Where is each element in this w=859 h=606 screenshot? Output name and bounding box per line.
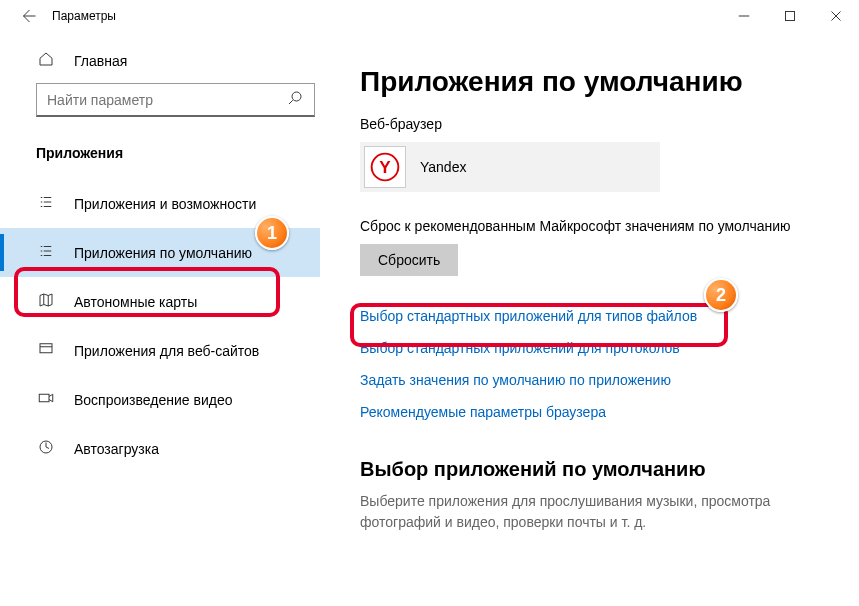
map-icon <box>36 291 56 312</box>
link-filetype-defaults[interactable]: Выбор стандартных приложений для типов ф… <box>360 300 829 332</box>
nav-item-label: Автозагрузка <box>74 441 159 457</box>
nav-home-label: Главная <box>74 53 127 69</box>
section-description: Выберите приложения для прослушивания му… <box>360 491 800 533</box>
svg-rect-0 <box>786 12 795 21</box>
sidebar: Главная Приложения Приложения и возможно… <box>0 32 320 606</box>
reset-button[interactable]: Сбросить <box>360 244 458 276</box>
annotation-badge-2: 2 <box>704 278 738 312</box>
nav-video-playback[interactable]: Воспроизведение видео <box>0 375 320 424</box>
arrow-left-icon <box>19 7 37 25</box>
nav-item-label: Автономные карты <box>74 294 197 310</box>
website-icon <box>36 340 56 361</box>
svg-rect-3 <box>39 394 49 402</box>
link-set-defaults-by-app[interactable]: Задать значения по умолчанию по приложен… <box>360 364 829 396</box>
nav-item-label: Воспроизведение видео <box>74 392 232 408</box>
back-button[interactable] <box>8 0 48 32</box>
nav-item-label: Приложения по умолчанию <box>74 245 252 261</box>
reset-description: Сброс к рекомендованным Майкрософт значе… <box>360 218 829 234</box>
main-content: Приложения по умолчанию Веб-браузер Y Ya… <box>320 32 859 606</box>
video-icon <box>36 389 56 410</box>
maximize-button[interactable] <box>767 0 813 32</box>
maximize-icon <box>781 7 799 25</box>
list-icon <box>36 193 56 214</box>
minimize-icon <box>735 7 753 25</box>
browser-section-label: Веб-браузер <box>360 116 829 132</box>
window-caption-buttons <box>721 0 859 32</box>
window-title: Параметры <box>48 9 116 23</box>
startup-icon <box>36 438 56 459</box>
page-title: Приложения по умолчанию <box>360 66 829 98</box>
nav-startup[interactable]: Автозагрузка <box>0 424 320 473</box>
link-recommended-browser[interactable]: Рекомендуемые параметры браузера <box>360 396 829 428</box>
section-heading: Выбор приложений по умолчанию <box>360 458 829 481</box>
default-browser-name: Yandex <box>420 159 466 175</box>
home-icon <box>36 50 56 71</box>
defaults-icon <box>36 242 56 263</box>
nav-offline-maps[interactable]: Автономные карты <box>0 277 320 326</box>
sidebar-section-title: Приложения <box>0 127 320 179</box>
titlebar: Параметры <box>0 0 859 32</box>
nav-apps-websites[interactable]: Приложения для веб-сайтов <box>0 326 320 375</box>
svg-point-1 <box>292 92 301 101</box>
search-icon <box>286 89 304 110</box>
default-browser-tile[interactable]: Y Yandex <box>360 142 660 192</box>
close-icon <box>827 7 845 25</box>
search-input[interactable] <box>47 92 286 108</box>
search-box[interactable] <box>36 83 315 117</box>
svg-text:Y: Y <box>379 157 391 177</box>
link-protocol-defaults[interactable]: Выбор стандартных приложений для протоко… <box>360 332 829 364</box>
minimize-button[interactable] <box>721 0 767 32</box>
nav-item-label: Приложения и возможности <box>74 196 256 212</box>
nav-item-label: Приложения для веб-сайтов <box>74 343 259 359</box>
yandex-icon: Y <box>364 146 406 188</box>
svg-rect-2 <box>40 344 52 353</box>
nav-home[interactable]: Главная <box>0 40 320 81</box>
close-button[interactable] <box>813 0 859 32</box>
annotation-badge-1: 1 <box>255 216 289 250</box>
